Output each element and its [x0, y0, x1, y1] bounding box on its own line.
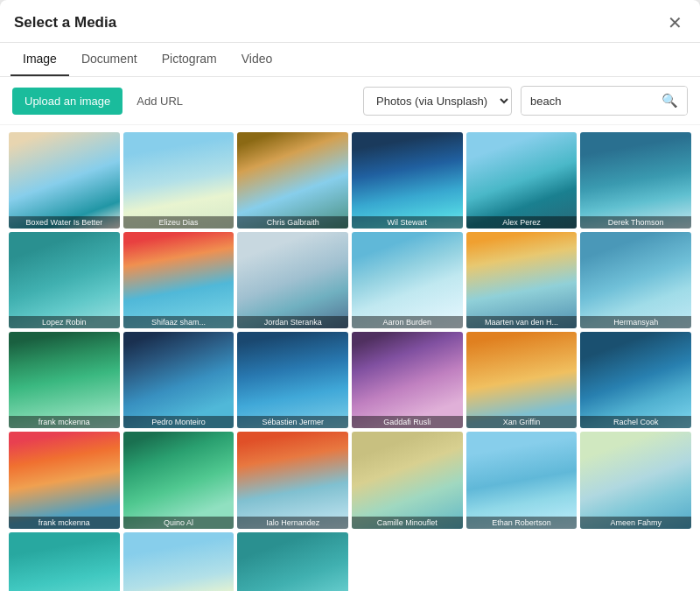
- grid-item[interactable]: frank mckenna: [9, 332, 120, 428]
- grid-item[interactable]: Aaron Burden: [352, 232, 463, 328]
- grid-item-author: Sébastien Jermer: [237, 416, 348, 428]
- add-url-button[interactable]: Add URL: [131, 88, 188, 115]
- grid-item-author: Camille Minouflet: [352, 517, 463, 529]
- grid-item[interactable]: Camille Minouflet: [352, 432, 463, 528]
- media-select-modal: Select a Media ✕ Image Document Pictogra…: [0, 0, 700, 591]
- grid-item-author: Aaron Burden: [352, 316, 463, 328]
- search-button[interactable]: 🔍: [653, 87, 687, 115]
- modal-header: Select a Media ✕: [0, 0, 700, 43]
- grid-item[interactable]: Xan Griffin: [466, 332, 578, 428]
- upload-image-button[interactable]: Upload an image: [12, 88, 122, 115]
- grid-item[interactable]: Gaddafi Rusli: [352, 332, 463, 428]
- grid-item[interactable]: Rachel Cook: [580, 332, 691, 428]
- grid-item[interactable]: [237, 532, 348, 591]
- tab-image[interactable]: Image: [10, 43, 69, 76]
- source-select[interactable]: Photos (via Unsplash) Pixabay Giphy: [363, 87, 512, 116]
- grid-item[interactable]: Alex Perez: [466, 132, 578, 229]
- grid-item[interactable]: Ethan Robertson: [466, 432, 578, 528]
- tab-pictogram[interactable]: Pictogram: [150, 43, 229, 76]
- close-button[interactable]: ✕: [664, 12, 686, 33]
- grid-item-author: Pedro Monteiro: [123, 416, 234, 428]
- modal-title: Select a Media: [14, 14, 116, 32]
- grid-item[interactable]: Shifaaz sham...: [123, 232, 234, 328]
- grid-item-author: Boxed Water Is Better: [9, 216, 120, 229]
- grid-item[interactable]: frank mckenna: [9, 432, 120, 528]
- grid-item[interactable]: Quino Al: [123, 432, 234, 528]
- grid-item-author: Quino Al: [123, 517, 234, 529]
- grid-item[interactable]: Hermansyah: [580, 232, 691, 328]
- grid-item-author: frank mckenna: [9, 517, 120, 529]
- grid-item-author: Xan Griffin: [466, 416, 578, 428]
- grid-item-author: Jordan Steranka: [237, 316, 348, 328]
- grid-item[interactable]: Derek Thomson: [580, 132, 691, 229]
- grid-item-author: Lopez Robin: [9, 316, 120, 328]
- grid-item[interactable]: Boxed Water Is Better: [9, 132, 120, 229]
- tab-bar: Image Document Pictogram Video: [0, 43, 700, 77]
- image-grid-area: Boxed Water Is BetterElizeu DiasChris Ga…: [0, 125, 700, 591]
- grid-item[interactable]: Elizeu Dias: [123, 132, 234, 229]
- tab-document[interactable]: Document: [69, 43, 150, 76]
- grid-item[interactable]: Pedro Monteiro: [123, 332, 234, 428]
- grid-item[interactable]: Jordan Steranka: [237, 232, 348, 328]
- grid-item[interactable]: Lopez Robin: [9, 232, 120, 328]
- grid-item[interactable]: Wil Stewart: [352, 132, 463, 229]
- grid-item-author: Ialo Hernandez: [237, 517, 348, 529]
- grid-item-author: Shifaaz sham...: [123, 316, 234, 328]
- grid-item-author: Ethan Robertson: [466, 517, 578, 529]
- grid-item-author: Alex Perez: [466, 216, 578, 229]
- tab-video[interactable]: Video: [229, 43, 285, 76]
- grid-item-author: Wil Stewart: [352, 216, 463, 229]
- grid-item-author: Elizeu Dias: [123, 216, 234, 229]
- grid-item[interactable]: Chris Galbraith: [237, 132, 348, 229]
- grid-item-author: Gaddafi Rusli: [352, 416, 463, 428]
- image-grid: Boxed Water Is BetterElizeu DiasChris Ga…: [9, 132, 691, 591]
- grid-item[interactable]: Maarten van den H...: [466, 232, 578, 328]
- grid-item-author: Ameen Fahmy: [580, 517, 691, 529]
- grid-item[interactable]: Ameen Fahmy: [580, 432, 691, 528]
- search-input[interactable]: [522, 88, 653, 114]
- grid-item[interactable]: [9, 532, 120, 591]
- toolbar: Upload an image Add URL Photos (via Unsp…: [0, 77, 700, 125]
- grid-item[interactable]: [123, 532, 234, 591]
- grid-item-author: Chris Galbraith: [237, 216, 348, 229]
- grid-item[interactable]: Ialo Hernandez: [237, 432, 348, 528]
- grid-item[interactable]: Sébastien Jermer: [237, 332, 348, 428]
- search-icon: 🔍: [662, 93, 678, 108]
- grid-item-author: Rachel Cook: [580, 416, 691, 428]
- grid-item-author: Derek Thomson: [580, 216, 691, 229]
- grid-item-author: Hermansyah: [580, 316, 691, 328]
- search-box: 🔍: [521, 86, 688, 116]
- grid-item-author: Maarten van den H...: [466, 316, 578, 328]
- grid-item-author: frank mckenna: [9, 416, 120, 428]
